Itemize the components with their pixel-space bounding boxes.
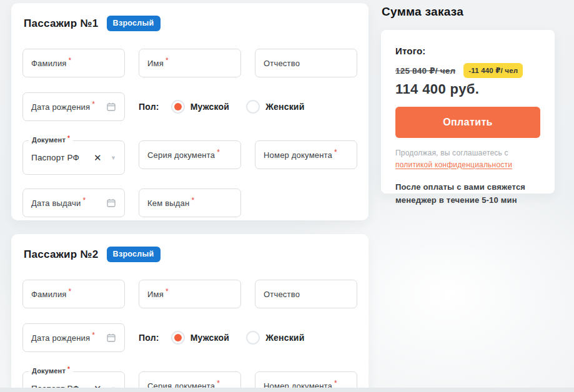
birth-date-input[interactable]: Дата рождения* xyxy=(22,323,125,352)
required-mark: * xyxy=(92,331,95,340)
first-name-input[interactable]: Имя* xyxy=(139,280,241,308)
calendar-icon[interactable] xyxy=(106,198,116,208)
total-label: Итого: xyxy=(395,46,540,56)
clear-icon[interactable]: ✕ xyxy=(94,153,102,162)
gender-male-label[interactable]: Мужской xyxy=(191,102,230,112)
name-row: Фамилия* Имя* Отчество xyxy=(22,49,357,77)
doc-series-input[interactable]: Серия документа* xyxy=(139,140,241,169)
required-mark: * xyxy=(334,379,337,388)
issue-row: Дата выдачи* Кем выдан* xyxy=(22,189,357,217)
gender-female-radio[interactable] xyxy=(246,100,260,114)
agreement-text: Продолжая, вы соглашаетесь с политикой к… xyxy=(395,147,540,170)
required-mark: * xyxy=(166,56,169,65)
document-select-label: Документ* xyxy=(29,367,73,375)
doc-number-input[interactable]: Номер документа* xyxy=(255,140,357,169)
passenger-card-1: Пассажир №1 Взрослый Фамилия* Имя* Отчес… xyxy=(11,3,369,220)
last-name-input[interactable]: Фамилия* xyxy=(22,49,125,77)
bottom-edge xyxy=(0,388,574,392)
calendar-icon[interactable] xyxy=(106,102,116,112)
document-row: Документ* Паспорт РФ ✕ ▼ Серия документа… xyxy=(22,136,357,175)
birth-date-input[interactable]: Дата рождения* xyxy=(22,92,125,121)
required-mark: * xyxy=(67,366,70,373)
passenger-card-2: Пассажир №2 Взрослый Фамилия* Имя* Отчес… xyxy=(11,234,369,392)
issue-date-input[interactable]: Дата выдачи* xyxy=(22,189,125,217)
name-row: Фамилия* Имя* Отчество xyxy=(22,280,357,308)
middle-name-input[interactable]: Отчество xyxy=(255,280,357,308)
required-mark: * xyxy=(191,196,194,205)
calendar-icon[interactable] xyxy=(106,333,116,343)
required-mark: * xyxy=(166,287,169,296)
gender-group: Пол: Мужской Женский xyxy=(139,92,321,121)
gender-label: Пол: xyxy=(139,102,159,112)
discount-badge: -11 440 ₽/ чел xyxy=(463,63,523,78)
total-price: 114 400 руб. xyxy=(395,81,540,97)
gender-female-radio[interactable] xyxy=(246,331,260,345)
gender-female-label[interactable]: Женский xyxy=(265,333,304,343)
middle-name-label: Отчество xyxy=(264,290,300,299)
after-payment-note: После оплаты с вами свяжется менеджер в … xyxy=(395,181,540,207)
doc-number-label: Номер документа xyxy=(264,150,332,160)
passenger-card-header: Пассажир №2 Взрослый xyxy=(24,247,357,262)
order-summary-heading: Сумма заказа xyxy=(382,5,463,19)
last-name-label: Фамилия xyxy=(31,59,67,68)
required-mark: * xyxy=(67,135,70,142)
doc-series-label: Серия документа xyxy=(147,150,215,160)
pay-button[interactable]: Оплатить xyxy=(395,107,540,138)
chevron-down-icon[interactable]: ▼ xyxy=(111,155,116,161)
middle-name-label: Отчество xyxy=(264,59,300,68)
required-mark: * xyxy=(217,379,220,388)
gender-male-radio[interactable] xyxy=(171,100,185,114)
gender-group: Пол: Мужской Женский xyxy=(139,323,321,352)
required-mark: * xyxy=(69,56,72,65)
order-summary-card: Итого: 125 840 ₽/ чел -11 440 ₽/ чел 114… xyxy=(381,30,555,194)
birth-gender-row: Дата рождения* Пол: Мужской Женский xyxy=(22,323,357,352)
required-mark: * xyxy=(217,148,220,157)
issue-date-label: Дата выдачи xyxy=(31,198,81,208)
last-name-input[interactable]: Фамилия* xyxy=(22,280,125,308)
required-mark: * xyxy=(334,148,337,157)
passenger-card-header: Пассажир №1 Взрослый xyxy=(24,16,357,31)
passenger-title: Пассажир №1 xyxy=(24,17,99,30)
document-type-select[interactable]: Документ* Паспорт РФ ✕ ▼ xyxy=(22,140,125,175)
first-name-label: Имя xyxy=(147,59,164,68)
birth-date-label: Дата рождения xyxy=(31,333,90,343)
required-mark: * xyxy=(82,196,86,205)
passenger-type-badge: Взрослый xyxy=(107,16,161,31)
issued-by-input[interactable]: Кем выдан* xyxy=(139,189,241,217)
middle-name-input[interactable]: Отчество xyxy=(255,49,357,77)
price-row: 125 840 ₽/ чел -11 440 ₽/ чел xyxy=(395,63,540,78)
first-name-input[interactable]: Имя* xyxy=(139,49,241,77)
document-select-value: Паспорт РФ xyxy=(31,153,79,162)
gender-label: Пол: xyxy=(139,333,159,343)
gender-female-label[interactable]: Женский xyxy=(265,102,304,112)
first-name-label: Имя xyxy=(147,290,164,299)
document-select-label: Документ* xyxy=(29,136,73,144)
last-name-label: Фамилия xyxy=(31,290,67,299)
gender-male-radio[interactable] xyxy=(171,331,185,345)
issued-by-label: Кем выдан xyxy=(147,198,189,208)
passenger-title: Пассажир №2 xyxy=(24,248,99,261)
required-mark: * xyxy=(92,100,95,109)
required-mark: * xyxy=(69,287,72,296)
birth-gender-row: Дата рождения* Пол: Мужской Женский xyxy=(22,92,357,121)
birth-date-label: Дата рождения xyxy=(31,102,90,112)
privacy-policy-link[interactable]: политикой конфиденциальности xyxy=(395,160,512,169)
gender-male-label[interactable]: Мужской xyxy=(191,333,230,343)
passenger-type-badge: Взрослый xyxy=(107,247,161,262)
old-price: 125 840 ₽/ чел xyxy=(395,66,455,76)
